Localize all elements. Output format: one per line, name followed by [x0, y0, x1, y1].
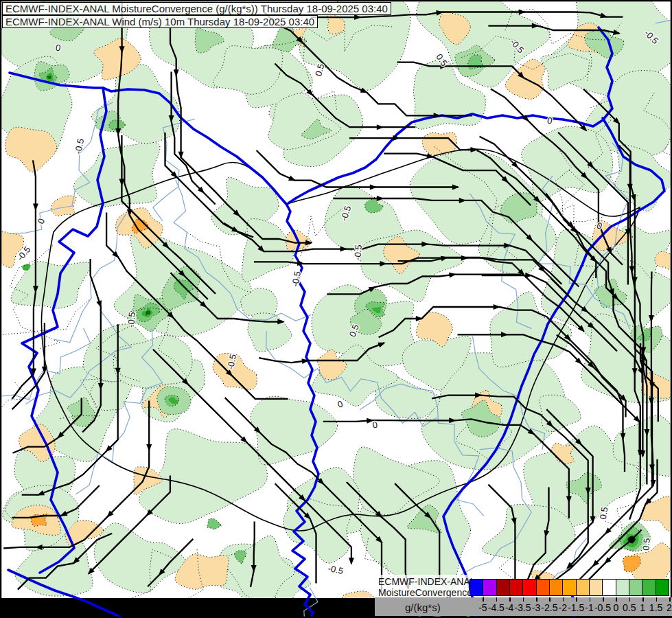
legend-tick-label: 1.5 — [649, 602, 662, 613]
legend-tick-mark — [629, 597, 631, 602]
legend-color-swatch — [656, 580, 669, 595]
legend-tick-mark — [603, 597, 604, 602]
header-line-wind: ECMWF-INDEX-ANAL Wind (m/s) 10m Thursday… — [2, 15, 318, 28]
contour-value-label: -0.5 — [352, 244, 364, 261]
legend-color-swatch — [536, 580, 549, 595]
legend-tick-mark — [642, 597, 644, 602]
legend-color-swatch — [602, 580, 615, 595]
legend-colorbar — [470, 579, 669, 596]
weather-map-canvas: -0.500-0.50.5-0.5-0.5-0.50.50-0.5-0.500.… — [0, 0, 672, 618]
legend-strip: g/(kg*s) -5-4.5-4-3.5-3-2.5-2-1.5-1-0.50… — [375, 597, 672, 616]
legend-tick-mark — [536, 597, 537, 602]
legend-color-swatch — [522, 580, 535, 595]
legend-tick-label: -4.5 — [488, 602, 505, 613]
legend-color-swatch — [509, 580, 522, 595]
legend-title-box: ECMWF-INDEX-ANAL MoistureConvergence — [375, 575, 469, 597]
weather-map-screenshot: -0.500-0.50.5-0.5-0.5-0.50.50-0.5-0.500.… — [0, 0, 672, 618]
legend-tick-label: 1 — [640, 602, 645, 613]
legend-tick-mark — [483, 597, 484, 602]
legend-units-label: g/(kg*s) — [405, 602, 441, 613]
header-line-moisture-convergence: ECMWF-INDEX-ANAL MoistureConvergence (g/… — [2, 2, 391, 15]
legend-tick-label: 0 — [613, 602, 618, 613]
legend-color-swatch — [483, 580, 496, 595]
legend-color-swatch — [496, 580, 509, 595]
contour-value-label: 0.5 — [598, 506, 610, 520]
legend-title-model: ECMWF-INDEX-ANAL — [378, 576, 469, 587]
legend-tick-label: -2 — [559, 602, 567, 613]
contour-value-label: -0.5 — [126, 312, 137, 328]
contour-value-label: 0.5 — [640, 538, 652, 551]
legend-tick-mark — [523, 597, 524, 602]
legend-title-parameter: MoistureConvergence — [378, 587, 469, 598]
legend-tick-mark — [590, 597, 591, 602]
legend-tick-label: -0.5 — [594, 602, 611, 613]
legend-tick-label: 2 — [667, 602, 672, 613]
legend-tick-label: -1.5 — [568, 602, 584, 613]
legend-color-swatch — [589, 580, 602, 595]
legend-color-swatch — [629, 580, 642, 595]
legend-tick-mark — [616, 597, 617, 602]
legend-color-swatch — [642, 580, 655, 595]
legend-tick-mark — [656, 597, 658, 602]
legend-tick-mark — [496, 597, 498, 602]
legend-color-swatch — [549, 580, 562, 595]
legend-color-swatch — [616, 580, 629, 595]
legend-tick-label: -2.5 — [541, 602, 557, 613]
legend-tick-mark — [563, 597, 564, 602]
legend-tick-label: 0.5 — [623, 602, 636, 613]
legend-color-swatch — [470, 580, 483, 595]
legend-tick-label: -3.5 — [515, 602, 531, 613]
legend-tick-mark — [669, 597, 671, 602]
legend-tick-label: -3 — [532, 602, 540, 613]
legend-tick-label: -5 — [478, 602, 487, 613]
legend-tick-mark — [576, 597, 577, 602]
legend-tick-label: -4 — [505, 602, 513, 613]
legend-color-swatch — [576, 580, 589, 595]
legend-color-swatch — [562, 580, 575, 595]
legend-tick-mark — [549, 597, 551, 602]
legend-tick-label: -1 — [585, 602, 593, 613]
legend-tick-mark — [509, 597, 511, 602]
